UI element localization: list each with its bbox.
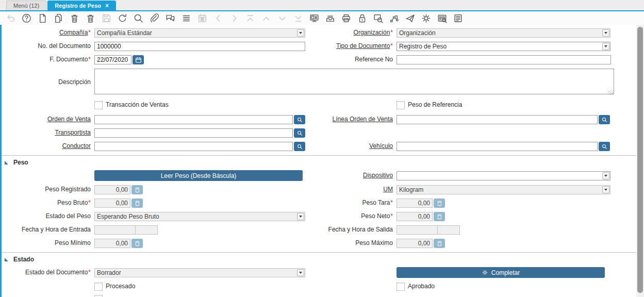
tipo-documento-label: Tipo de Documento* [305, 42, 397, 51]
archive-icon[interactable] [324, 12, 336, 24]
parent-record-icon [212, 12, 224, 24]
vehiculo-input[interactable] [397, 142, 598, 151]
chevron-down-icon[interactable] [602, 186, 609, 193]
undo-icon [5, 12, 16, 24]
transportista-input[interactable] [94, 128, 293, 138]
aprobado-checkbox[interactable] [397, 283, 405, 291]
estado-section-title: Estado [13, 256, 34, 263]
calculator-icon[interactable] [434, 199, 445, 208]
organizacion-label: Organización* [305, 28, 397, 38]
dispositivo-select[interactable] [397, 171, 610, 180]
leer-peso-button[interactable]: Leer Peso (Desde Báscula) [94, 170, 303, 181]
um-select[interactable]: Kilogram [397, 185, 610, 194]
descripcion-textarea[interactable] [94, 69, 614, 94]
chevron-down-icon[interactable] [602, 43, 609, 50]
zoom-across-icon[interactable] [372, 12, 384, 24]
chat-icon[interactable] [164, 12, 176, 24]
vertical-scrollbar[interactable] [636, 25, 644, 297]
previous-record-icon [260, 12, 272, 24]
peso-referencia-label: Peso de Referencia [408, 101, 462, 109]
product-info-icon[interactable] [436, 12, 448, 24]
find-icon[interactable] [133, 12, 144, 24]
completar-button[interactable]: Completar [397, 267, 605, 278]
help-icon[interactable] [21, 12, 32, 24]
last-record-icon [292, 12, 304, 24]
organizacion-select[interactable]: Organización [397, 28, 610, 38]
refresh-icon[interactable] [117, 12, 128, 24]
calculator-icon[interactable] [131, 239, 143, 248]
estado-section-header[interactable]: Estado [5, 256, 636, 263]
lookup-search-icon[interactable] [294, 115, 305, 124]
peso-neto-label: Peso Neto* [305, 212, 397, 221]
conductor-input[interactable] [94, 142, 293, 151]
transaccion-ventas-checkbox[interactable] [94, 101, 103, 109]
calculator-icon[interactable] [434, 212, 445, 221]
chevron-down-icon[interactable] [602, 29, 609, 37]
process-icon[interactable] [420, 12, 432, 24]
tab-bar: Menú (12) Registro de Peso × [0, 0, 644, 11]
orden-venta-input[interactable] [94, 115, 293, 124]
lock-icon[interactable] [356, 12, 368, 24]
peso-registrado-input [94, 185, 130, 194]
compania-select[interactable]: Compañía Estándar [94, 28, 305, 38]
new-record-icon[interactable] [37, 12, 48, 24]
delete-selection-icon[interactable] [85, 12, 96, 24]
close-icon[interactable]: × [105, 3, 109, 9]
peso-bruto-label: Peso Bruto* [3, 199, 94, 208]
partial-checkbox[interactable] [94, 295, 103, 297]
quick-form-icon[interactable] [452, 12, 464, 24]
collapse-triangle-icon[interactable] [5, 258, 8, 261]
tab-menu-label: Menú (12) [13, 1, 39, 10]
calculator-icon[interactable] [131, 185, 143, 194]
resize-grip-icon[interactable] [608, 90, 613, 95]
lookup-search-icon[interactable] [599, 142, 610, 151]
no-documento-label: No. del Documento [3, 42, 94, 51]
tab-registro-de-peso[interactable]: Registro de Peso × [47, 1, 116, 10]
delete-record-icon[interactable] [69, 12, 80, 24]
workflow-icon[interactable] [388, 12, 400, 24]
chevron-down-icon[interactable] [297, 269, 304, 276]
collapse-triangle-icon[interactable] [5, 161, 8, 164]
chevron-down-icon[interactable] [297, 213, 304, 220]
peso-minimo-input [94, 239, 130, 248]
copy-record-icon[interactable] [53, 12, 64, 24]
attachment-icon[interactable] [148, 12, 160, 24]
fecha-entrada-date-input [94, 225, 136, 235]
tab-menu[interactable]: Menú (12) [6, 1, 46, 10]
calculator-icon[interactable] [131, 199, 143, 208]
estado-documento-select[interactable]: Borrador [94, 268, 305, 277]
check-requests-icon[interactable] [404, 12, 416, 24]
estado-documento-value: Borrador [97, 269, 121, 276]
detail-record-icon [228, 12, 240, 24]
transaccion-ventas-label: Transacción de Ventas [106, 101, 169, 109]
section-separator [0, 252, 636, 253]
chevron-down-icon[interactable] [297, 29, 304, 37]
print-icon[interactable] [340, 12, 352, 24]
linea-orden-venta-label: Línea Orden de Venta [305, 115, 397, 124]
estado-peso-select[interactable]: Esperando Peso Bruto [94, 212, 305, 221]
form-content: Compañía* Compañía Estándar Organización… [0, 25, 636, 297]
f-documento-input[interactable] [94, 55, 131, 64]
peso-neto-input [397, 212, 433, 221]
no-documento-input[interactable] [94, 42, 305, 51]
peso-section-header[interactable]: Peso [5, 159, 636, 166]
calendar-icon[interactable] [133, 55, 144, 64]
calculator-icon[interactable] [434, 239, 445, 248]
tab-registro-label: Registro de Peso [55, 1, 101, 10]
grid-toggle-icon[interactable] [180, 12, 192, 24]
lookup-search-icon[interactable] [599, 115, 610, 124]
compania-label: Compañía* [3, 28, 94, 38]
lookup-search-icon[interactable] [294, 142, 305, 151]
scrollbar-thumb[interactable] [637, 27, 643, 293]
save-icon [101, 12, 112, 24]
next-record-icon [276, 12, 288, 24]
lookup-search-icon[interactable] [294, 128, 305, 138]
reference-no-input[interactable] [397, 55, 611, 64]
tipo-documento-select[interactable]: Registro de Peso [397, 42, 610, 51]
first-record-icon [244, 12, 256, 24]
peso-referencia-checkbox[interactable] [397, 101, 405, 109]
report-icon[interactable] [308, 12, 320, 24]
chevron-down-icon[interactable] [602, 172, 609, 179]
procesado-checkbox[interactable] [94, 283, 103, 291]
linea-orden-venta-input[interactable] [397, 115, 598, 124]
